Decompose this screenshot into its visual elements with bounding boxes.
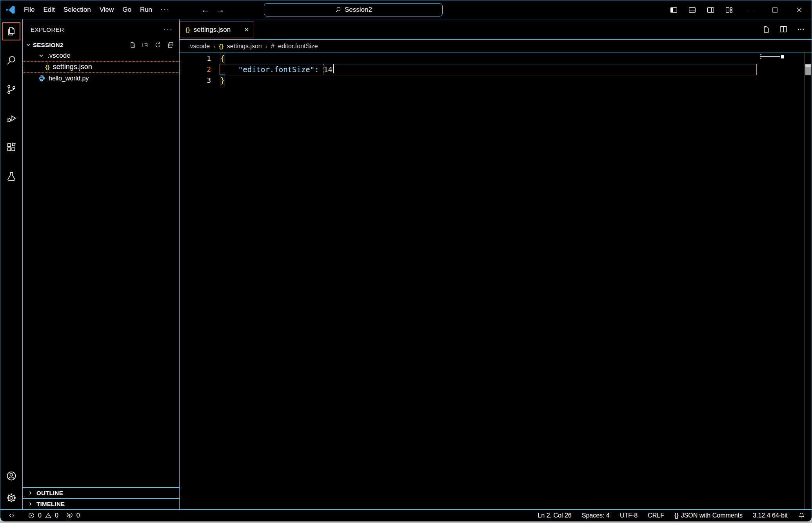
command-center-search[interactable]: Session2	[264, 3, 443, 16]
activity-explorer-icon[interactable]	[2, 22, 20, 40]
menu-go[interactable]: Go	[118, 4, 136, 16]
tree-item-settings-json[interactable]: {} settings.json	[23, 61, 179, 73]
menu-file[interactable]: File	[20, 4, 39, 16]
breadcrumb: .vscode › {} settings.json › # editor.fo…	[180, 40, 812, 53]
search-icon	[334, 6, 342, 13]
language-mode[interactable]: {} JSON with Comments	[669, 512, 748, 519]
vscode-window: File Edit Selection View Go Run ··· ← → …	[0, 0, 812, 521]
toggle-primary-sidebar-icon[interactable]	[665, 6, 683, 14]
radio-tower-icon	[66, 512, 73, 519]
tree-item-hello-world-py[interactable]: hello_world.py	[23, 73, 179, 84]
activity-run-debug-icon[interactable]	[2, 109, 20, 128]
cursor-position[interactable]: Ln 2, Col 26	[532, 512, 576, 519]
encoding-setting[interactable]: UTF-8	[615, 512, 643, 519]
menu-selection[interactable]: Selection	[59, 4, 95, 16]
tree-indent-guide	[47, 62, 47, 72]
breadcrumb-symbol[interactable]: editor.fontSize	[278, 43, 318, 50]
maximize-button[interactable]	[763, 0, 787, 19]
menu-run[interactable]: Run	[136, 4, 156, 16]
activity-testing-icon[interactable]	[2, 168, 20, 186]
error-icon	[28, 512, 35, 519]
activity-extensions-icon[interactable]	[2, 138, 20, 157]
editor-more-actions-icon[interactable]	[797, 25, 805, 33]
explorer-more-actions-icon[interactable]: ···	[163, 26, 173, 34]
settings-gear-icon[interactable]	[2, 489, 20, 507]
line-number-active: 2	[180, 64, 211, 75]
tree-item-vscode-folder[interactable]: .vscode	[23, 50, 179, 61]
scrollbar-slider[interactable]	[805, 64, 811, 75]
chevron-right-icon: ›	[265, 43, 267, 49]
line-number: 1	[180, 53, 211, 64]
refresh-icon[interactable]	[154, 42, 161, 48]
json-braces-icon: {}	[674, 512, 679, 519]
chevron-down-icon	[38, 53, 44, 59]
remote-indicator-icon[interactable]	[5, 510, 18, 521]
json-file-icon: {}	[185, 26, 190, 33]
new-file-icon[interactable]	[129, 42, 136, 48]
tab-settings-json[interactable]: {} settings.json ✕	[180, 22, 254, 38]
minimize-button[interactable]	[738, 0, 763, 19]
tab-close-icon[interactable]: ✕	[244, 26, 249, 33]
open-brace-token: {	[220, 53, 225, 64]
minimap[interactable]	[757, 53, 804, 509]
file-name: settings.json	[53, 63, 92, 71]
editor-group: {} settings.json ✕ .vscod	[180, 19, 812, 509]
chevron-right-icon	[27, 501, 33, 507]
breadcrumb-file[interactable]: settings.json	[227, 43, 262, 50]
status-bar: 0 0 0 Ln 2, Col 26 Spaces: 4 UTF-8 CRLF …	[0, 509, 812, 521]
timeline-panel-label: TIMELINE	[36, 501, 65, 507]
eol-setting[interactable]: CRLF	[643, 512, 669, 519]
sidebar-title: EXPLORER	[31, 26, 64, 33]
open-settings-ui-icon[interactable]	[762, 25, 770, 33]
title-bar: File Edit Selection View Go Run ··· ← → …	[0, 0, 812, 19]
ports-indicator[interactable]: 0	[61, 510, 85, 521]
explorer-sidebar: EXPLORER ··· SESSION2 .vsco	[23, 19, 180, 509]
code-line-2: 2 "editor.fontSize": 14	[180, 64, 812, 75]
collapse-folders-icon[interactable]	[167, 42, 174, 48]
outline-panel-label: OUTLINE	[36, 490, 63, 496]
tab-label: settings.json	[194, 26, 241, 34]
new-folder-icon[interactable]	[142, 42, 149, 48]
python-interpreter[interactable]: 3.12.4 64-bit	[748, 512, 793, 519]
json-key-token: "editor.fontSize"	[238, 64, 314, 75]
outline-panel-header[interactable]: OUTLINE	[23, 487, 179, 498]
tab-bar: {} settings.json ✕	[180, 19, 812, 40]
account-icon[interactable]	[2, 467, 20, 485]
workspace-section-header[interactable]: SESSION2	[23, 40, 179, 50]
toggle-panel-icon[interactable]	[683, 6, 701, 14]
json-file-icon: {}	[219, 43, 223, 49]
workspace-name: SESSION2	[33, 42, 63, 48]
vertical-scrollbar[interactable]	[804, 53, 812, 509]
split-editor-icon[interactable]	[779, 25, 788, 33]
chevron-down-icon	[25, 42, 31, 48]
warning-icon	[45, 512, 52, 519]
text-cursor	[333, 64, 334, 73]
search-value: Session2	[345, 6, 372, 14]
activity-source-control-icon[interactable]	[2, 80, 20, 98]
minimap-cursor	[781, 55, 784, 58]
notifications-bell-icon[interactable]	[793, 512, 808, 519]
colon-token: :	[314, 64, 319, 75]
code-editor[interactable]: 1{ 2 "editor.fontSize": 14 3}	[180, 53, 812, 509]
chevron-right-icon	[27, 490, 33, 496]
problems-indicator[interactable]: 0 0	[25, 510, 61, 521]
close-button[interactable]	[787, 0, 812, 19]
toggle-secondary-sidebar-icon[interactable]	[701, 6, 720, 14]
file-name: hello_world.py	[49, 75, 89, 82]
folder-name: .vscode	[47, 52, 71, 60]
activity-search-icon[interactable]	[2, 51, 20, 69]
python-file-icon	[38, 75, 45, 82]
symbol-number-icon: #	[271, 42, 274, 50]
code-line-3: 3}	[180, 75, 812, 86]
indentation-setting[interactable]: Spaces: 4	[577, 512, 615, 519]
line-number: 3	[180, 75, 211, 86]
navigate-back-icon[interactable]: ←	[201, 5, 210, 15]
menu-edit[interactable]: Edit	[39, 4, 59, 16]
error-count: 0	[38, 512, 42, 519]
menu-more-ellipsis[interactable]: ···	[156, 3, 174, 16]
customize-layout-icon[interactable]	[720, 6, 738, 14]
menu-view[interactable]: View	[95, 4, 118, 16]
timeline-panel-header[interactable]: TIMELINE	[23, 498, 179, 509]
navigate-forward-icon[interactable]: →	[216, 5, 225, 15]
breadcrumb-folder[interactable]: .vscode	[188, 43, 210, 50]
